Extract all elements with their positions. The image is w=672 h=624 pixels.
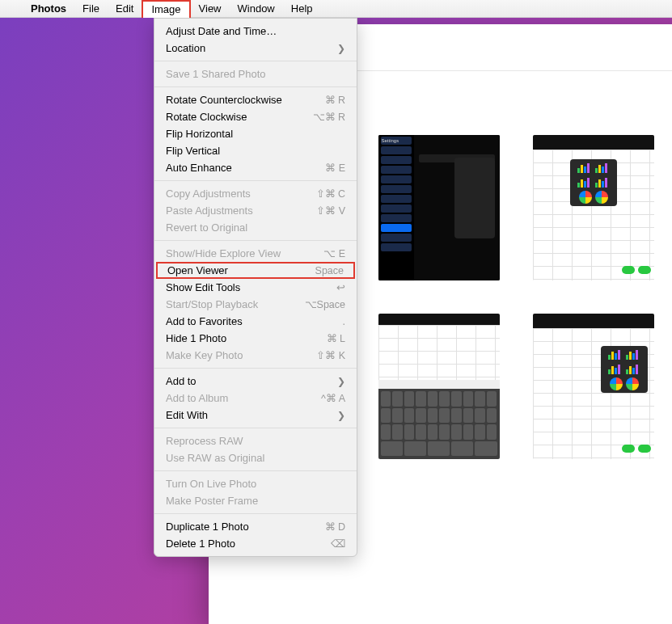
menu-shortcut: ⌘ D [325,521,346,533]
thumb-content [533,314,654,459]
menu-item-open-viewer[interactable]: Open ViewerSpace [156,262,355,279]
menu-item-flip-horizontal[interactable]: Flip Horizontal [154,125,357,142]
thumb-content [378,314,500,459]
menubar-app[interactable]: Photos [23,0,74,18]
menu-separator [154,368,357,369]
menu-item-label: Paste Adjustments [166,204,316,217]
menu-item-label: Copy Adjustments [166,188,316,200]
menu-item-label: Duplicate 1 Photo [166,521,325,533]
menu-separator [154,470,357,471]
menu-item-label: Make Key Photo [166,349,316,361]
menubar-window[interactable]: Window [230,0,283,18]
menu-shortcut: ⌫ [331,538,345,550]
menu-item-label: Delete 1 Photo [166,538,331,550]
menu-item-label: Location [166,42,337,54]
menu-shortcut: ↩ [336,281,345,293]
menu-item-label: Rotate Counterclockwise [166,94,325,106]
menu-item-label: Save 1 Shared Photo [166,68,345,80]
menu-separator [154,86,357,87]
menu-item-add-to-favorites[interactable]: Add to Favorites. [154,313,357,330]
menu-shortcut: . [343,316,345,327]
menu-item-flip-vertical[interactable]: Flip Vertical [154,142,357,159]
menu-separator [154,180,357,181]
menu-item-label: Open Viewer [167,264,315,276]
menu-item-label: Edit With [166,409,337,421]
menu-item-label: Make Poster Frame [166,495,345,507]
menu-item-turn-on-live-photo: Turn On Live Photo [154,475,357,492]
menubar: Photos File Edit Image View Window Help [0,0,672,18]
menu-shortcut: ⌘ E [325,162,345,174]
chevron-right-icon: ❯ [337,43,345,54]
menu-item-make-key-photo: Make Key Photo⇧⌘ K [154,347,357,364]
menubar-file[interactable]: File [74,0,108,18]
menu-item-label: Flip Horizontal [166,128,345,140]
photo-thumb[interactable] [530,133,656,282]
menu-item-edit-with[interactable]: Edit With❯ [154,407,357,424]
photo-thumb[interactable] [530,311,656,461]
menu-item-label: Revert to Original [166,221,345,234]
menu-item-add-to-album: Add to Album^⌘ A [154,390,357,407]
menu-item-make-poster-frame: Make Poster Frame [154,492,357,509]
menu-item-label: Auto Enhance [166,162,325,174]
menubar-help[interactable]: Help [283,0,321,18]
menu-item-auto-enhance[interactable]: Auto Enhance⌘ E [154,159,357,176]
menu-item-hide-1-photo[interactable]: Hide 1 Photo⌘ L [154,330,357,347]
menu-item-rotate-clockwise[interactable]: Rotate Clockwise⌥⌘ R [154,108,357,125]
menu-item-label: Hide 1 Photo [166,332,327,344]
menubar-image[interactable]: Image [142,0,190,18]
menu-separator [154,240,357,241]
menubar-edit[interactable]: Edit [108,0,142,18]
menu-item-label: Add to Favorites [166,315,343,327]
menu-shortcut: ^⌘ A [321,392,345,404]
menu-item-copy-adjustments: Copy Adjustments⇧⌘ C [154,185,357,202]
menu-item-label: Show Edit Tools [166,281,336,293]
menu-item-show-edit-tools[interactable]: Show Edit Tools↩ [154,279,357,296]
menu-shortcut: ⇧⌘ V [316,204,345,217]
menubar-view[interactable]: View [191,0,230,18]
menu-shortcut: ⌥⌘ R [313,111,346,123]
menu-shortcut: ⌥ E [323,247,345,259]
menu-shortcut: ⌘ L [327,332,345,344]
menu-shortcut: ⇧⌘ C [316,188,346,200]
menu-item-label: Use RAW as Original [166,452,345,464]
menu-item-location[interactable]: Location❯ [154,40,357,57]
menu-item-label: Rotate Clockwise [166,111,313,123]
menu-separator [154,61,357,61]
menu-shortcut: ⌘ R [325,94,346,106]
menu-item-label: Show/Hide Explore View [166,247,323,259]
menu-shortcut: ⇧⌘ K [316,349,345,361]
menu-item-save-1-shared-photo: Save 1 Shared Photo [154,65,357,82]
menu-separator [154,513,357,514]
thumb-content: Settings [378,135,500,280]
photo-thumb[interactable]: Settings [376,133,501,282]
menu-item-rotate-counterclockwise[interactable]: Rotate Counterclockwise⌘ R [154,91,357,108]
menu-item-paste-adjustments: Paste Adjustments⇧⌘ V [154,202,357,219]
menu-separator [154,428,357,428]
menu-shortcut: ⌥Space [305,298,345,310]
menu-item-duplicate-1-photo[interactable]: Duplicate 1 Photo⌘ D [154,518,357,535]
menu-item-start-stop-playback: Start/Stop Playback⌥Space [154,296,357,313]
menu-item-label: Add to [166,375,337,387]
menu-item-label: Start/Stop Playback [166,298,305,310]
menu-item-delete-1-photo[interactable]: Delete 1 Photo⌫ [154,535,357,552]
menu-item-use-raw-as-original: Use RAW as Original [154,449,357,466]
menu-item-show-hide-explore-view: Show/Hide Explore View⌥ E [154,245,357,262]
chevron-right-icon: ❯ [337,376,345,387]
menu-item-label: Adjust Date and Time… [166,25,345,37]
menu-item-label: Add to Album [166,392,321,404]
menu-item-label: Flip Vertical [166,145,345,157]
menu-item-label: Reprocess RAW [166,435,345,447]
thumb-content [533,135,654,280]
photo-thumb[interactable] [376,311,501,461]
menu-item-add-to[interactable]: Add to❯ [154,373,357,390]
menu-shortcut: Space [315,265,344,276]
chevron-right-icon: ❯ [337,410,345,421]
menu-item-revert-to-original: Revert to Original [154,219,357,236]
menu-item-label: Turn On Live Photo [166,478,345,490]
image-menu-dropdown: Adjust Date and Time…Location❯Save 1 Sha… [154,18,357,557]
menu-item-adjust-date-and-time[interactable]: Adjust Date and Time… [154,23,357,40]
menu-item-reprocess-raw: Reprocess RAW [154,432,357,449]
